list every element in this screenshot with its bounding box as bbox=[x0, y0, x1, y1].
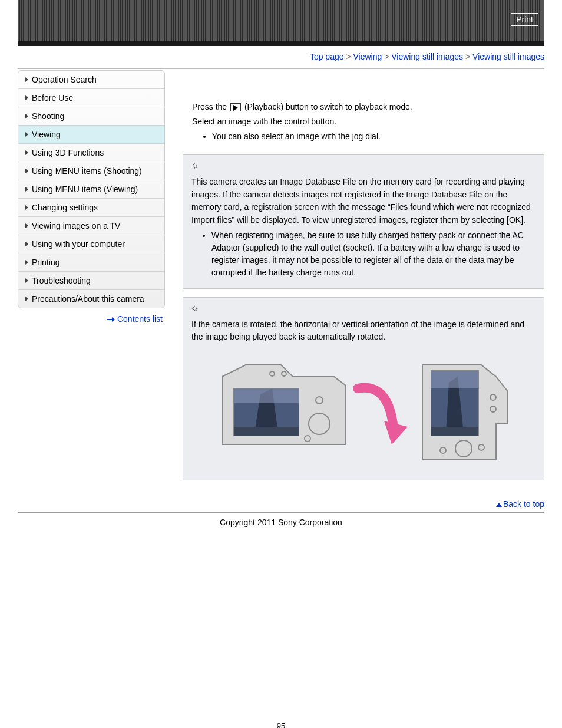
main-content: Press the (Playback) button to switch to… bbox=[183, 69, 544, 512]
sidebar-item-using-3d-functions[interactable]: Using 3D Functions bbox=[18, 144, 164, 162]
svg-rect-20 bbox=[431, 371, 478, 388]
chevron-right-icon bbox=[25, 77, 28, 82]
tip2-text: If the camera is rotated, the horizontal… bbox=[191, 318, 535, 344]
chevron-right-icon bbox=[25, 169, 28, 173]
breadcrumb-sep: > bbox=[384, 52, 389, 61]
sidebar-item-troubleshooting[interactable]: Troubleshooting bbox=[18, 272, 164, 290]
sidebar-item-using-with-your-computer[interactable]: Using with your computer bbox=[18, 235, 164, 253]
sidebar-item-label: Viewing images on a TV bbox=[32, 221, 120, 230]
chevron-right-icon bbox=[25, 95, 28, 100]
select-bullet: You can also select an image with the jo… bbox=[212, 130, 544, 143]
sidebar-item-before-use[interactable]: Before Use bbox=[18, 89, 164, 107]
sidebar-item-label: Using MENU items (Viewing) bbox=[32, 185, 138, 194]
breadcrumb-viewing[interactable]: Viewing bbox=[353, 52, 382, 61]
chevron-right-icon bbox=[25, 150, 28, 155]
nav-box: Operation SearchBefore UseShootingViewin… bbox=[18, 70, 165, 308]
press-text-before: Press the bbox=[192, 102, 229, 111]
sidebar-item-label: Shooting bbox=[32, 111, 64, 121]
sidebar-item-operation-search[interactable]: Operation Search bbox=[18, 71, 164, 89]
sidebar: Operation SearchBefore UseShootingViewin… bbox=[18, 70, 165, 512]
back-to-top-wrap: Back to top bbox=[183, 489, 544, 512]
breadcrumb-still[interactable]: Viewing still images bbox=[391, 52, 463, 61]
chevron-right-icon bbox=[25, 223, 28, 228]
breadcrumb-sep: > bbox=[346, 52, 351, 61]
back-to-top-link[interactable]: Back to top bbox=[503, 499, 544, 509]
sidebar-item-label: Changing settings bbox=[32, 203, 98, 212]
sidebar-item-label: Before Use bbox=[32, 93, 73, 103]
select-text: Select an image with the control button. bbox=[192, 116, 544, 128]
sidebar-item-using-menu-items-shooting[interactable]: Using MENU items (Shooting) bbox=[18, 162, 164, 180]
svg-marker-10 bbox=[384, 421, 408, 444]
sidebar-item-printing[interactable]: Printing bbox=[18, 253, 164, 272]
sidebar-item-using-menu-items-viewing[interactable]: Using MENU items (Viewing) bbox=[18, 180, 164, 199]
sidebar-item-label: Using MENU items (Shooting) bbox=[32, 166, 142, 176]
triangle-up-icon bbox=[496, 503, 502, 507]
camera-svg bbox=[210, 353, 517, 471]
sidebar-item-label: Operation Search bbox=[32, 75, 97, 84]
tip1-text: This camera creates an Image Database Fi… bbox=[191, 176, 535, 227]
tip1-bullet: When registering images, be sure to use … bbox=[211, 229, 535, 279]
sidebar-item-label: Using with your computer bbox=[32, 239, 125, 249]
breadcrumb-current: Viewing still images bbox=[472, 52, 544, 61]
instructions: Press the (Playback) button to switch to… bbox=[192, 101, 544, 143]
chevron-right-icon bbox=[25, 297, 28, 301]
header-band: Print bbox=[18, 0, 544, 41]
svg-rect-8 bbox=[234, 427, 299, 436]
svg-rect-19 bbox=[431, 427, 478, 436]
sidebar-item-label: Viewing bbox=[32, 130, 61, 139]
playback-icon bbox=[230, 103, 241, 111]
contents-list-link-wrap: Contents list bbox=[18, 308, 165, 324]
print-button[interactable]: Print bbox=[511, 13, 538, 26]
camera-rotation-illustration bbox=[191, 353, 535, 473]
sidebar-item-changing-settings[interactable]: Changing settings bbox=[18, 199, 164, 217]
sidebar-item-label: Troubleshooting bbox=[32, 276, 91, 285]
chevron-right-icon bbox=[25, 187, 28, 192]
arrow-right-icon bbox=[107, 317, 115, 322]
svg-rect-9 bbox=[234, 388, 299, 403]
lightbulb-icon bbox=[191, 305, 200, 313]
page-number: 95 bbox=[0, 545, 562, 728]
chevron-right-icon bbox=[25, 260, 28, 265]
sidebar-item-viewing[interactable]: Viewing bbox=[18, 126, 164, 144]
chevron-right-icon bbox=[25, 132, 28, 137]
chevron-right-icon bbox=[25, 205, 28, 210]
breadcrumb-sep: > bbox=[465, 52, 470, 61]
contents-list-link[interactable]: Contents list bbox=[117, 314, 163, 324]
sidebar-item-label: Precautions/About this camera bbox=[32, 294, 144, 304]
sidebar-item-label: Printing bbox=[32, 258, 59, 267]
tip-box-2: If the camera is rotated, the horizontal… bbox=[183, 297, 544, 480]
sidebar-item-viewing-images-on-a-tv[interactable]: Viewing images on a TV bbox=[18, 217, 164, 235]
breadcrumb-top[interactable]: Top page bbox=[310, 52, 344, 61]
tip-box-1: This camera creates an Image Database Fi… bbox=[183, 154, 544, 289]
sidebar-item-label: Using 3D Functions bbox=[32, 148, 104, 157]
sidebar-item-shooting[interactable]: Shooting bbox=[18, 107, 164, 126]
copyright-text: Copyright 2011 Sony Corporation bbox=[0, 513, 562, 545]
chevron-right-icon bbox=[25, 114, 28, 118]
chevron-right-icon bbox=[25, 242, 28, 246]
press-text-after: (Playback) button to switch to playback … bbox=[244, 102, 412, 111]
chevron-right-icon bbox=[25, 278, 28, 283]
lightbulb-icon bbox=[191, 162, 200, 170]
sidebar-item-precautions-about-this-camera[interactable]: Precautions/About this camera bbox=[18, 290, 164, 308]
